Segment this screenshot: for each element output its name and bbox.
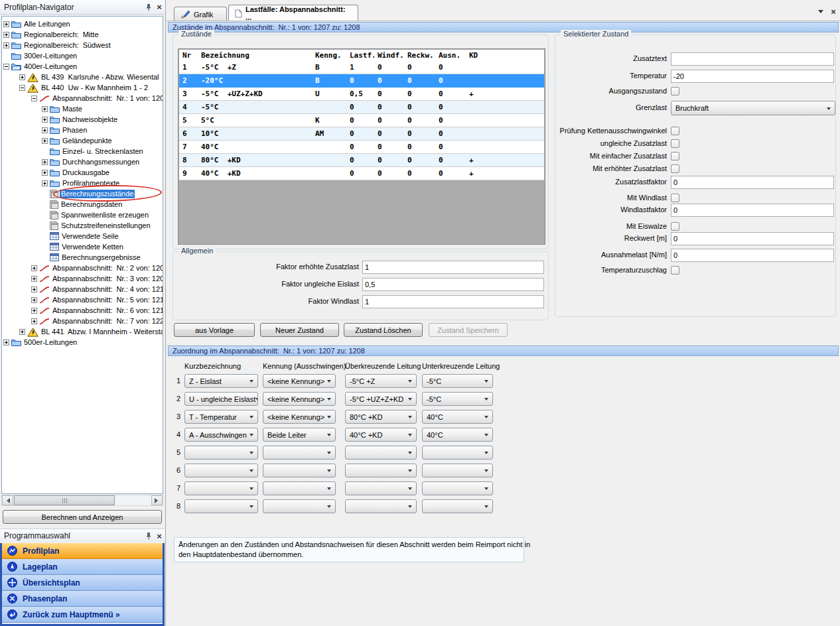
cell[interactable]: 0,5 [346,90,374,98]
windlastfaktor-label[interactable]: Windlastfaktor [558,206,667,214]
folder-icon[interactable] [50,115,60,123]
program-label[interactable]: Phasenplan [23,594,67,603]
ueberkreuzende-leitung-select[interactable]: -5°C +UZ+Z+KD [345,392,417,406]
row-number[interactable]: 7 [171,484,180,492]
cell[interactable]: 3 [179,90,198,98]
unterkreuzende-leitung-select[interactable] [422,464,493,477]
selected-value[interactable]: 40°C +KD [350,431,382,439]
cell[interactable]: 0 [435,156,466,164]
ausnahmelast-input[interactable] [671,249,834,262]
scrollbar-thumb[interactable] [14,495,115,505]
cell[interactable]: -5°C [198,103,312,111]
cell[interactable]: 0 [374,76,404,85]
chevron-down-icon[interactable] [827,107,831,112]
cell[interactable]: 0 [374,156,404,164]
selected-value[interactable]: <keine Kennung> [267,413,324,421]
temperatur-input[interactable] [671,70,834,83]
selected-value[interactable]: 40°C [427,413,443,421]
cell[interactable]: 0 [435,63,466,72]
curve-icon[interactable] [39,275,50,282]
tree-item-label[interactable]: Profilrahmentexte [61,179,121,188]
neuer-zustand-button[interactable]: Neuer Zustand [260,323,339,337]
column-header[interactable]: KD [466,51,544,60]
chevron-down-icon[interactable] [408,487,412,492]
folder-icon[interactable] [50,126,60,134]
tree-item[interactable]: BL 439 Karlsruhe - Abzw. Wiesental [2,72,163,83]
tree-item-label[interactable]: 500er-Leitungen [23,338,78,347]
kurzbezeichnung-select[interactable]: T - Temperatur [184,410,258,424]
expand-icon[interactable] [42,138,48,144]
mit-windlast-checkbox[interactable] [671,194,679,202]
ueberkreuzende-leitung-select[interactable]: -5°C +Z [345,374,417,388]
tree-item-label[interactable]: Abspannabschnitt: Nr.: 7 von: 122 [51,317,163,326]
cell[interactable]: 8 [179,156,198,164]
close-icon[interactable]: × [154,531,165,541]
tree-item[interactable]: Regionalbereich: Mitte [2,30,163,40]
row-number[interactable]: 4 [171,430,180,438]
cell[interactable]: 0 [435,103,466,111]
tab-grafik[interactable]: Grafik [174,7,227,21]
unterkreuzende-leitung-select[interactable]: -5°C [422,374,493,388]
tree-item[interactable]: Abspannabschnitt: Nr.: 3 von: 120 [2,274,163,284]
mit-eiswalze-checkbox[interactable] [671,222,679,231]
kennung-select[interactable] [263,464,336,477]
scroll-right-icon[interactable] [151,495,163,505]
cell[interactable]: -20°C [198,76,312,85]
cell[interactable]: 2 [179,76,198,85]
row-number[interactable]: 8 [171,502,180,510]
cell[interactable]: 0 [346,156,374,164]
cell[interactable]: 0 [374,116,404,125]
folder-icon[interactable] [11,20,21,28]
ueberkreuzende-leitung-select[interactable]: 40°C +KD [345,428,417,442]
cell[interactable]: 9 [179,169,198,178]
zustand-row[interactable]: 610°CAM0000 [179,127,544,141]
folder-icon[interactable] [11,338,21,346]
program-label[interactable]: Übersichtsplan [23,578,80,588]
tree-item[interactable]: Druckausgabe [2,168,163,178]
cell[interactable]: B [312,76,346,85]
table-icon[interactable] [50,243,59,251]
chevron-down-icon[interactable] [249,380,253,385]
tree-item-label[interactable]: Alle Leitungen [23,20,72,29]
cell[interactable]: + [466,169,544,178]
cell[interactable]: 0 [404,63,435,72]
tree-item[interactable]: Abspannabschnitt: Nr.: 2 von: 120 [2,263,163,274]
kennung-select[interactable] [263,499,336,513]
chevron-down-icon[interactable] [484,434,488,438]
cell[interactable]: 0 [374,129,404,138]
program-label[interactable]: Lageplan [23,562,58,572]
tree-item-label[interactable]: 400er-Leitungen [23,62,78,71]
selected-value[interactable]: <keine Kennung> [267,377,324,385]
form-icon[interactable] [50,221,58,230]
tree-item-label[interactable]: Verwendete Ketten [60,243,125,251]
column-header[interactable]: Lastf. [346,51,374,60]
expand-icon[interactable] [31,297,37,303]
mit-einfacher-zusatzlast-checkbox[interactable] [671,152,679,160]
tree-item-label[interactable]: Regionalbereich: Mitte [23,31,100,39]
cell[interactable]: 0 [404,76,435,85]
program-profilplan[interactable]: Profilplan [2,543,163,559]
chevron-down-icon[interactable] [408,452,412,456]
cell[interactable]: 0 [374,90,404,98]
cell[interactable]: 4 [179,103,198,111]
tree-item[interactable]: 400er-Leitungen [2,62,163,72]
tree-item[interactable]: Schutzstreifeneinstellungen [2,221,163,231]
expand-icon[interactable] [3,340,9,345]
kurzbezeichnung-select[interactable] [184,464,258,477]
faktor-ungleiche-eislast-input[interactable] [362,278,544,291]
chevron-down-icon[interactable] [484,505,488,510]
expand-icon[interactable] [31,308,37,314]
selected-value[interactable]: -5°C +Z [350,377,375,385]
unterkreuzende-leitung-select[interactable]: 40°C [422,428,493,442]
expand-icon[interactable] [42,117,48,123]
tree-item-label[interactable]: Verwendete Seile [60,232,120,241]
program-uebersichtsplan[interactable]: Übersichtsplan [2,575,163,591]
chevron-down-icon[interactable] [327,470,331,474]
folder-icon[interactable] [50,105,60,113]
uebersichtsplan-icon[interactable] [7,578,17,588]
folder-icon[interactable] [50,168,60,176]
kennung-select[interactable] [263,481,336,495]
chevron-down-icon[interactable] [408,470,412,474]
folder-icon[interactable] [11,41,21,49]
cell[interactable]: 0 [435,143,466,151]
